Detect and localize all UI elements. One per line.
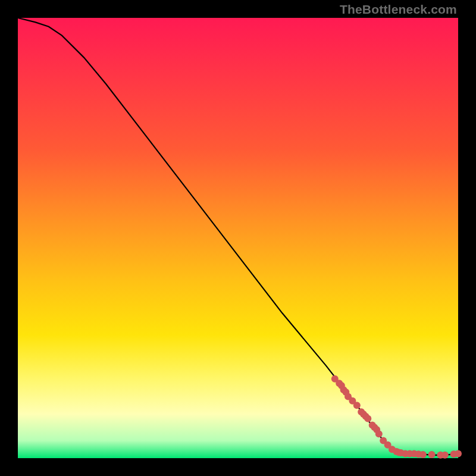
bottleneck-curve — [18, 18, 458, 455]
data-point — [375, 430, 383, 437]
data-point — [364, 415, 371, 422]
curve-layer — [18, 18, 458, 458]
data-point — [353, 402, 361, 409]
data-point — [441, 452, 449, 459]
watermark-text: TheBottleneck.com — [340, 2, 457, 17]
chart-frame: TheBottleneck.com — [0, 0, 476, 476]
marker-group — [331, 375, 462, 459]
plot-area — [18, 18, 458, 458]
data-point — [455, 450, 462, 458]
data-point — [419, 451, 427, 458]
data-point — [428, 451, 436, 458]
